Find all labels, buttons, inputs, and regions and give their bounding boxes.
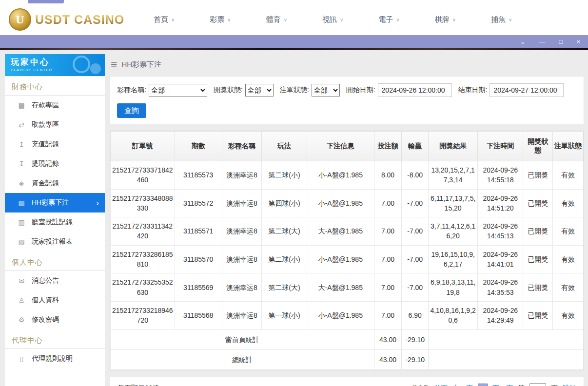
minimize-icon[interactable]: — [539,39,546,45]
next-page-link[interactable]: 下一页 [492,384,513,386]
sidebar-item-funds-record[interactable]: ◈資金記錄 [5,174,105,193]
cell-lottery: 澳洲幸运8 [222,161,261,190]
nav-item-home[interactable]: 首頁∨ [154,15,175,24]
column-header-period: 期數 [175,132,222,161]
cell-bet_info: 小-A盤@1.985 [307,189,374,217]
sidebar-item-withdrawal-record[interactable]: ↧提現記錄 [5,154,105,174]
sidebar-item-label: 取款專區 [32,120,59,129]
cell-order_status: 有效 [553,217,584,246]
search-button[interactable]: 查詢 [117,103,146,118]
workspace: 玩家中心 PLAYERS CENTER 財務中心▤存款專區⇄取款專區↥充值記錄↧… [0,50,588,386]
app-window: U USDT CASINO 首頁∨彩票∨體育∨視訊∨電子∨棋牌∨捕魚∨ ⌄ — … [0,0,588,386]
nav-item-sports[interactable]: 體育∨ [266,15,287,24]
sidebar-item-label: 個人資料 [32,296,59,305]
cell-play: 第二球(大) [261,273,307,302]
cell-order_status: 有效 [553,161,584,190]
maximize-icon[interactable]: □ [559,39,563,45]
nav-item-label: 視訊 [322,15,337,24]
first-page-link[interactable]: 首页 [434,384,448,386]
total-count: 共6条 [412,384,429,386]
prev-page-link[interactable]: 上一页 [452,384,473,386]
nav-item-lottery[interactable]: 彩票∨ [210,15,231,24]
document-icon: ▯ [18,355,25,363]
sidebar-item-player-bet-report[interactable]: ▧玩家投注報表 [5,232,105,251]
logo[interactable]: U USDT CASINO [9,8,123,31]
cell-amount: 7.00 [374,301,402,329]
cell-result: 13,20,15,2,7,17,3,14 [429,161,478,190]
bet-table-body: 215217273337184246031185573澳洲幸运8第二球(小)小-… [111,161,584,330]
nav-item-fishing[interactable]: 捕魚∨ [491,15,512,24]
end-date-input[interactable] [490,83,564,97]
sidebar-item-hh-lottery-bet[interactable]: ▦HH彩票下注› [5,193,105,212]
table-row: 215217273321894672031185568澳洲幸运8第一球(小)小-… [111,301,584,329]
lottery-name-select[interactable]: 全部 [149,84,207,96]
jump-button[interactable]: 跳转 [563,384,576,386]
page-total-spacer [429,329,584,349]
sidebar-item-agent-rules[interactable]: ▯代理規則說明 [5,349,105,368]
nav-item-slots[interactable]: 電子∨ [378,15,399,24]
sidebar-item-hall-bet-record[interactable]: ▥廳室投註記錄 [5,212,105,232]
sidebar-item-label: 存款專區 [32,101,59,110]
column-header-result: 開獎結果 [429,132,478,161]
column-header-order_status: 注單狀態 [553,132,584,161]
cell-play: 第二球(小) [261,245,307,273]
sidebar-item-label: 廳室投註記錄 [32,218,73,227]
sidebar-item-profile[interactable]: ♙個人資料 [5,290,105,310]
cell-result: 4,10,8,16,1,9,20,6 [429,301,478,329]
cell-order_no: 2152172733371842460 [111,161,175,190]
sidebar-item-label: 資金記錄 [32,179,59,188]
column-header-draw_status: 開獎狀態 [523,132,553,161]
cell-draw_status: 已開獎 [523,273,553,302]
menu-icon[interactable]: ☰ [111,60,117,69]
sidebar-item-announcements[interactable]: ✉消息公告 [5,271,105,290]
chevron-down-icon: ∨ [284,17,287,22]
nav-item-label: 棋牌 [435,15,450,24]
table-row: 215217273328618581031185570澳洲幸运8第二球(小)小-… [111,245,584,273]
order-status-select[interactable]: 全部 [312,84,340,96]
sidebar-section-title: 代理中心 [5,329,105,349]
end-date-label: 结束日期: [458,86,488,95]
cell-lottery: 澳洲幸运8 [222,273,261,302]
sidebar: 玩家中心 PLAYERS CENTER 財務中心▤存款專區⇄取款專區↥充值記錄↧… [5,54,105,386]
nav-item-label: 電子 [378,15,393,24]
cell-order_no: 2152172733255352630 [111,273,175,302]
cell-draw_status: 已開獎 [523,161,553,190]
sidebar-item-deposit[interactable]: ▤存款專區 [5,96,105,115]
jump-suffix-label: 页 [551,384,558,386]
sidebar-item-withdraw[interactable]: ⇄取款專區 [5,115,105,135]
nav-item-video[interactable]: 視訊∨ [322,15,343,24]
column-header-bet_info: 下注信息 [307,132,374,161]
cell-period: 31185570 [175,245,222,273]
close-icon[interactable]: × [576,39,580,45]
current-page[interactable]: 1 [478,384,488,386]
sidebar-item-label: HH彩票下注 [32,198,69,207]
logo-text: USDT CASINO [35,13,124,27]
chevron-down-icon: ∨ [509,17,512,22]
nav-item-board-games[interactable]: 棋牌∨ [435,15,456,24]
collapse-icon[interactable]: ⌄ [520,39,526,45]
sidebar-item-recharge-record[interactable]: ↥充值記錄 [5,135,105,154]
page-jump-input[interactable] [529,383,546,386]
cell-win_loss: -8.00 [402,161,429,190]
cell-time: 2024-09-26 14:51:20 [478,189,523,217]
grand-total-label: 總統計 [111,349,374,369]
page-title: HH彩票下注 [121,60,161,69]
page-total-row: 當前頁統計 43.00 -29.10 [111,329,584,349]
cell-order_no: 2152172733286185810 [111,245,175,273]
start-date-input[interactable] [378,83,452,97]
order-status-label: 注單狀態: [280,86,309,95]
sidebar-item-change-password[interactable]: ⚙修改密碼 [5,310,105,329]
cell-bet_info: 小-A盤@1.985 [307,301,374,329]
cell-result: 19,16,15,10,9,6,2,17 [429,245,478,273]
cell-lottery: 澳洲幸运8 [222,189,261,217]
table-row: 215217273337184246031185573澳洲幸运8第二球(小)小-… [111,161,584,190]
grand-total-row: 總統計 43.00 -29.10 [111,349,584,369]
page-header: ☰ HH彩票下注 [110,54,584,76]
cell-time: 2024-09-26 14:55:18 [478,161,523,190]
withdraw-icon: ⇄ [18,121,25,129]
cell-order_status: 有效 [553,301,584,329]
draw-status-select[interactable]: 全部 [245,84,274,96]
sidebar-section-title: 個人中心 [5,251,105,271]
cell-bet_info: 大-A盤@1.985 [307,273,374,302]
cell-period: 31185568 [175,301,222,329]
